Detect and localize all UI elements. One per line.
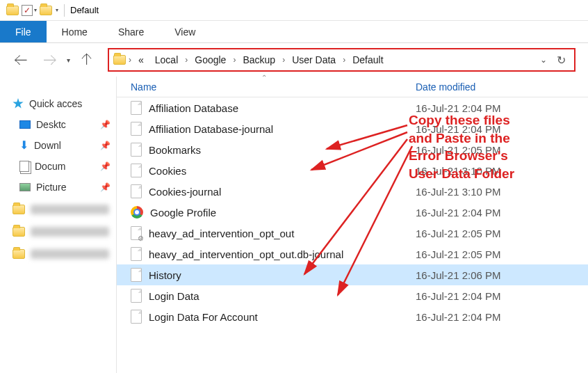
window-title: Default	[70, 5, 99, 15]
file-icon	[131, 143, 142, 157]
file-tab[interactable]: File	[0, 21, 47, 42]
file-name: heavy_ad_intervention_opt_out	[149, 228, 294, 239]
tab-home[interactable]: Home	[47, 21, 103, 42]
file-name: Bookmarks	[149, 144, 201, 156]
back-button[interactable]: 🡠	[8, 47, 33, 72]
folder-icon	[13, 205, 25, 214]
pin-icon: 📌	[100, 120, 111, 129]
star-icon	[13, 98, 24, 109]
qat-customize-icon[interactable]: ▾	[56, 7, 58, 13]
folder-icon	[6, 6, 19, 15]
file-name: Cookies	[149, 165, 186, 177]
file-date: 16-Jul-21 2:05 PM	[416, 228, 588, 239]
sidebar-item-label: Desktc	[36, 119, 66, 130]
file-name: History	[149, 269, 181, 281]
tab-view[interactable]: View	[159, 21, 211, 42]
sidebar-item-pictures[interactable]: Picture 📌	[0, 177, 116, 198]
sidebar-item-label: Downl	[34, 140, 61, 151]
chevron-right-icon: ›	[282, 55, 285, 65]
sort-indicator-icon: ⌃	[261, 74, 267, 81]
file-icon	[131, 268, 142, 282]
chevron-right-icon: ›	[343, 55, 345, 65]
folder-icon	[13, 249, 25, 259]
sidebar-item-blurred[interactable]	[13, 244, 109, 264]
pin-icon: 📌	[100, 141, 111, 150]
file-row[interactable]: Login Data For Account16-Jul-21 2:04 PM	[117, 306, 588, 327]
navigation-bar: 🡠 🡢 ▾ 🡡 › « Local › Google › Backup › Us…	[0, 43, 588, 77]
history-dropdown-icon[interactable]: ▾	[67, 56, 70, 64]
settings-file-icon	[131, 226, 142, 240]
qat-newfolder-button[interactable]	[38, 2, 54, 19]
file-row[interactable]: History16-Jul-21 2:06 PM	[117, 264, 588, 285]
file-date: 16-Jul-21 2:06 PM	[416, 269, 588, 281]
file-row[interactable]: heavy_ad_intervention_opt_out16-Jul-21 2…	[117, 223, 588, 244]
chevron-right-icon: ›	[129, 55, 131, 65]
breadcrumb-item[interactable]: Backup	[238, 53, 279, 67]
file-date: 16-Jul-21 2:05 PM	[416, 248, 588, 260]
refresh-icon[interactable]: ↻	[557, 54, 566, 67]
chrome-icon	[131, 206, 143, 219]
file-row[interactable]: Cookies-journal16-Jul-21 3:10 PM	[117, 181, 588, 202]
file-date: 16-Jul-21 2:04 PM	[416, 311, 588, 323]
main-area: Quick acces Desktc 📌 ⬇ Downl 📌 Docum 📌 P…	[0, 77, 588, 373]
sidebar-item-label: Quick acces	[29, 98, 82, 109]
picture-icon	[19, 183, 31, 191]
breadcrumb-ellipsis[interactable]: «	[134, 53, 148, 67]
chevron-right-icon: ›	[233, 55, 236, 65]
document-icon	[19, 161, 29, 172]
breadcrumb-item[interactable]: User Data	[288, 53, 340, 67]
file-name: Affiliation Database	[149, 102, 238, 114]
chevron-right-icon: ›	[185, 55, 188, 65]
titlebar: ✓▾ ▾ Default	[0, 0, 588, 21]
pin-icon: 📌	[100, 182, 111, 192]
file-date: 16-Jul-21 2:04 PM	[416, 123, 588, 135]
file-row[interactable]: heavy_ad_intervention_opt_out.db-journal…	[117, 244, 588, 264]
sidebar: Quick acces Desktc 📌 ⬇ Downl 📌 Docum 📌 P…	[0, 77, 117, 373]
column-header-date[interactable]: Date modified	[416, 81, 588, 93]
file-icon	[131, 122, 142, 136]
file-row[interactable]: Bookmarks16-Jul-21 2:05 PM	[117, 139, 588, 160]
column-headers: ⌃ Name Date modified	[117, 77, 588, 97]
file-name: Cookies-journal	[149, 186, 221, 198]
column-header-name[interactable]: Name	[117, 81, 416, 93]
desktop-icon	[19, 120, 31, 129]
sidebar-quick-access[interactable]: Quick acces	[0, 93, 116, 114]
file-row[interactable]: Google Profile16-Jul-21 2:04 PM	[117, 202, 588, 223]
address-dropdown-icon[interactable]: ⌄	[540, 55, 547, 65]
sidebar-item-desktop[interactable]: Desktc 📌	[0, 114, 116, 135]
sidebar-item-downloads[interactable]: ⬇ Downl 📌	[0, 135, 116, 156]
folder-icon	[40, 6, 52, 15]
forward-button[interactable]: 🡢	[38, 47, 63, 72]
sidebar-item-label: Docum	[35, 161, 65, 172]
qat-properties-button[interactable]: ✓▾	[21, 2, 38, 19]
file-icon	[131, 310, 142, 324]
ribbon-tabs: File Home Share View	[0, 21, 588, 43]
file-row[interactable]: Login Data16-Jul-21 2:04 PM	[117, 285, 588, 306]
file-name: Affiliation Database-journal	[149, 123, 273, 135]
file-icon	[131, 184, 142, 198]
file-date: 16-Jul-21 2:05 PM	[416, 144, 588, 156]
file-name: heavy_ad_intervention_opt_out.db-journal	[149, 248, 343, 260]
file-row[interactable]: Cookies16-Jul-21 3:10 PM	[117, 160, 588, 181]
file-date: 16-Jul-21 2:04 PM	[416, 207, 588, 219]
sidebar-item-blurred[interactable]	[13, 221, 109, 242]
tab-share[interactable]: Share	[103, 21, 159, 42]
file-name: Google Profile	[150, 207, 216, 219]
file-name: Login Data For Account	[149, 311, 258, 323]
breadcrumb-item[interactable]: Local	[151, 53, 182, 67]
file-row[interactable]: Affiliation Database-journal16-Jul-21 2:…	[117, 118, 588, 139]
up-button[interactable]: 🡡	[74, 47, 99, 72]
sidebar-item-documents[interactable]: Docum 📌	[0, 156, 116, 177]
address-bar[interactable]: › « Local › Google › Backup › User Data …	[108, 48, 575, 72]
file-icon	[131, 247, 142, 261]
qat-folder-button[interactable]	[4, 2, 21, 19]
sidebar-item-blurred[interactable]	[13, 199, 109, 220]
file-list: Affiliation Database16-Jul-21 2:04 PMAff…	[117, 97, 588, 327]
breadcrumb-item[interactable]: Google	[190, 53, 230, 67]
checkbox-icon: ✓	[22, 5, 33, 16]
file-name: Login Data	[149, 290, 199, 302]
file-row[interactable]: Affiliation Database16-Jul-21 2:04 PM	[117, 97, 588, 118]
breadcrumb-item[interactable]: Default	[348, 53, 387, 67]
sidebar-item-label: Picture	[36, 182, 67, 193]
separator	[64, 4, 65, 17]
